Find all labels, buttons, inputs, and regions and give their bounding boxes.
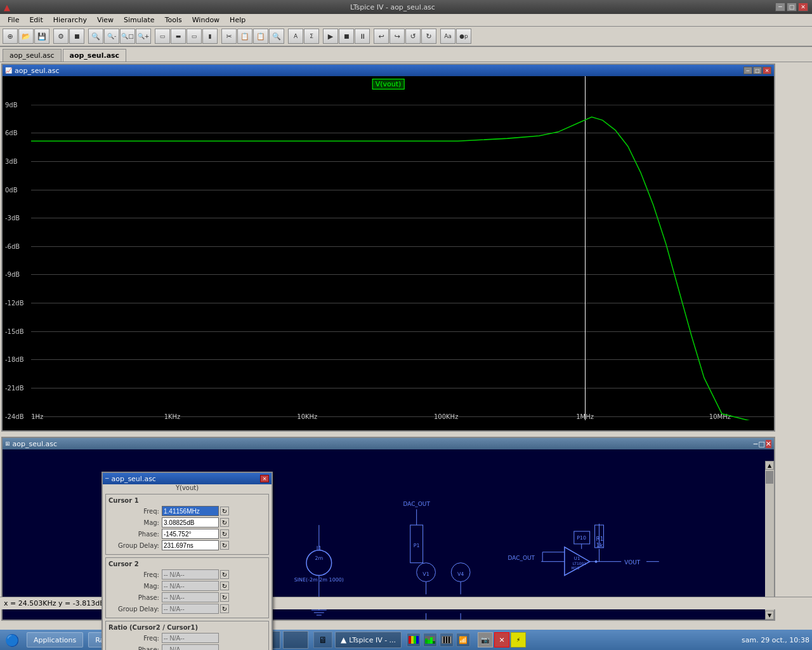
cursor1-freq-refresh[interactable]: ↻	[220, 507, 229, 515]
cursor1-phase-refresh[interactable]: ↻	[220, 529, 229, 538]
tb-label[interactable]: A	[288, 29, 303, 44]
menu-help[interactable]: Help	[225, 15, 251, 25]
plot-minimize[interactable]: ─	[743, 67, 752, 74]
cursor2-mag-input[interactable]	[162, 581, 219, 591]
cursor2-section: Cursor 2 Freq: ↻ Mag: ↻ Phase: ↻ Group D…	[105, 557, 269, 618]
schematic-scrollbar[interactable]: ▲ ▼	[765, 461, 774, 620]
tb-font[interactable]: Aa	[440, 29, 455, 44]
svg-text:V1: V1	[422, 571, 429, 577]
signal-line	[31, 117, 774, 420]
more-tray-icons: 📷 ✕ ⚡	[478, 632, 526, 647]
tb-zoom-sel[interactable]: 🔍+	[136, 29, 151, 44]
schematic-restore[interactable]: □	[758, 440, 764, 448]
plot-close[interactable]: ✕	[763, 67, 771, 74]
tb-undo2[interactable]: ↺	[405, 29, 421, 44]
cursor-position: x = 24.503KHz y = -3.813dB	[4, 599, 105, 607]
tb-pause[interactable]: ⏸	[355, 29, 370, 44]
tb-cut[interactable]: ✂	[221, 29, 237, 44]
cursor2-gd-refresh[interactable]: ↻	[220, 604, 229, 613]
tb-halt[interactable]: ⏹	[69, 29, 84, 44]
menu-tools[interactable]: Tools	[160, 15, 187, 25]
y-label-m12db: -12dB	[5, 300, 24, 307]
tb-redo2[interactable]: ↻	[421, 29, 436, 44]
cursor1-gd-input[interactable]	[162, 540, 219, 550]
ratio-phase-input[interactable]	[162, 644, 219, 650]
cursor2-gd-label: Group Delay:	[108, 606, 159, 613]
scroll-down-arrow[interactable]: ▼	[765, 611, 774, 620]
cursor1-mag-refresh[interactable]: ↻	[220, 518, 229, 527]
tb-zoom-in[interactable]: 🔍	[88, 29, 103, 44]
menu-simulate[interactable]: Simulate	[119, 15, 160, 25]
tb-new[interactable]: ⊕	[3, 29, 18, 44]
tb-op[interactable]: ●p	[456, 29, 471, 44]
ltspice-icon: ▲	[4, 3, 10, 12]
schematic-minimize[interactable]: ─	[754, 440, 758, 448]
tray-icon-1[interactable]	[407, 633, 421, 647]
menu-edit[interactable]: Edit	[24, 15, 48, 25]
y-label-m24db: -24dB	[5, 413, 24, 420]
tray-yellow-icon[interactable]: ⚡	[511, 632, 526, 647]
menu-view[interactable]: View	[92, 15, 119, 25]
tray-x-icon[interactable]: ✕	[494, 632, 509, 647]
cursor1-freq-input[interactable]	[162, 506, 219, 516]
y-col-label: Y(vout)	[103, 484, 272, 491]
menu-hierarchy[interactable]: Hierarchy	[48, 15, 92, 25]
cursor1-gd-refresh[interactable]: ↻	[220, 541, 229, 550]
tb-open[interactable]: 📂	[18, 29, 34, 44]
restore-button[interactable]: □	[787, 3, 797, 11]
tb-wave3[interactable]: ▭	[187, 29, 202, 44]
tray-screenshot[interactable]: 📷	[478, 632, 493, 647]
graph-area[interactable]: V(vout) 9dB 6dB 3dB 0dB -3dB -6dB -9dB -…	[3, 76, 774, 430]
cursor-dialog-close[interactable]: ✕	[260, 475, 269, 482]
tb-run[interactable]: ⚙	[53, 29, 69, 44]
schematic-icon: ⊞	[5, 441, 10, 447]
clock: sam. 29 oct., 10:38	[742, 636, 809, 644]
menu-file[interactable]: File	[3, 15, 24, 25]
tray-icon-4[interactable]: 📶	[456, 633, 470, 647]
tray-icon-2[interactable]	[423, 633, 437, 647]
scroll-up-arrow[interactable]: ▲	[765, 461, 774, 470]
tb-copy[interactable]: 📋	[237, 29, 252, 44]
tb-wave1[interactable]: ▭	[155, 29, 170, 44]
tb-play[interactable]: ▶	[323, 29, 338, 44]
cursor2-freq-input[interactable]	[162, 569, 219, 580]
menu-window[interactable]: Window	[187, 15, 225, 25]
tb-paste[interactable]: 📋	[253, 29, 268, 44]
taskbar-fedora-icon[interactable]: 🔵	[3, 632, 22, 647]
minimize-button[interactable]: ─	[775, 3, 785, 11]
tab-schematic[interactable]: aop_seul.asc	[3, 49, 62, 62]
tb-spice[interactable]: Σ	[304, 29, 319, 44]
taskbar-preview-4[interactable]	[283, 631, 308, 649]
svg-text:LT1001: LT1001	[573, 561, 586, 566]
taskbar-applications[interactable]: Applications	[27, 632, 83, 647]
tb-wave2[interactable]: ▬	[171, 29, 186, 44]
y-label-m3db: -3dB	[5, 215, 20, 222]
tb-zoom-fit[interactable]: 🔍□	[120, 29, 135, 44]
cursor1-mag-input[interactable]	[162, 517, 219, 527]
tray-icon-3[interactable]	[440, 633, 454, 647]
ratio-freq-input[interactable]	[162, 633, 219, 643]
tb-stop[interactable]: ⏹	[339, 29, 354, 44]
cursor2-phase-input[interactable]	[162, 592, 219, 602]
tab-waveform[interactable]: aop_seul.asc	[63, 49, 127, 62]
cursor2-phase-refresh[interactable]: ↻	[220, 593, 229, 602]
tb-zoom-out[interactable]: 🔍-	[104, 29, 119, 44]
monitor-icon-btn[interactable]: 🖥	[313, 632, 332, 648]
plot-svg[interactable]	[31, 88, 774, 420]
ltspice-taskbar-btn[interactable]: ▲ LTspice IV - ...	[335, 632, 402, 648]
tb-save[interactable]: 💾	[34, 29, 49, 44]
schematic-close[interactable]: ✕	[766, 440, 771, 448]
plot-win-buttons: ─ □ ✕	[743, 67, 771, 74]
tb-wave4[interactable]: ▮	[202, 29, 218, 44]
close-button[interactable]: ✕	[798, 3, 808, 11]
applications-label: Applications	[34, 636, 76, 644]
cursor2-gd-input[interactable]	[162, 604, 219, 614]
plot-restore[interactable]: □	[753, 67, 762, 74]
tb-undo[interactable]: ↩	[374, 29, 389, 44]
tb-search[interactable]: 🔍	[269, 29, 284, 44]
cursor2-mag-refresh[interactable]: ↻	[220, 581, 229, 590]
cursor2-freq-refresh[interactable]: ↻	[220, 570, 229, 579]
cursor1-phase-input[interactable]	[162, 529, 219, 539]
scroll-thumb[interactable]	[766, 471, 773, 484]
tb-redo[interactable]: ↪	[390, 29, 405, 44]
